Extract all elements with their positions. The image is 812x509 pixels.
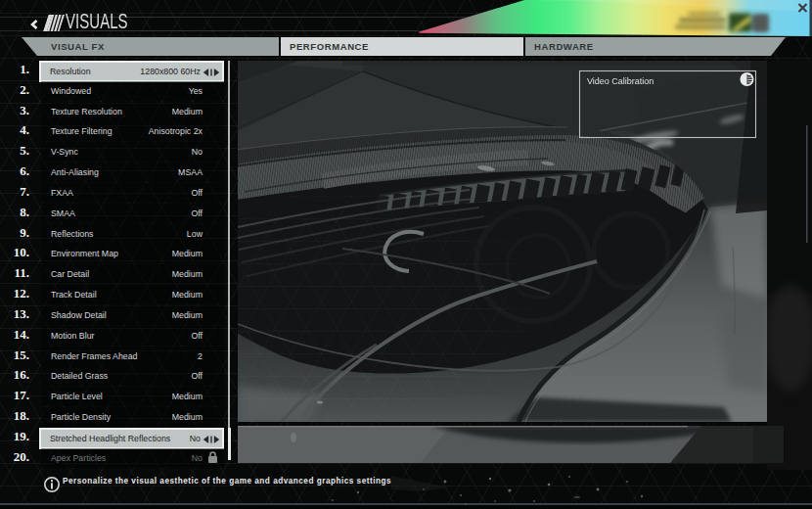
- svg-text:Video Calibration: Video Calibration: [587, 76, 654, 86]
